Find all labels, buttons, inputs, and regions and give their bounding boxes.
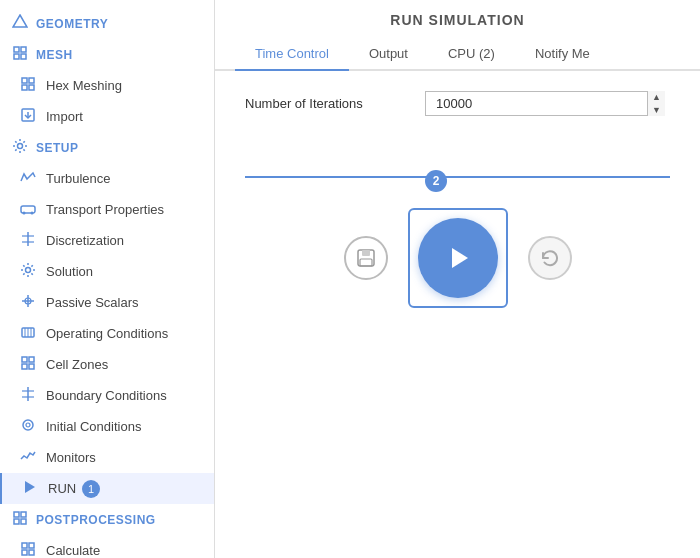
sidebar-item-solution[interactable]: Solution xyxy=(0,256,214,287)
play-icon xyxy=(442,242,474,274)
sidebar-item-calculate-label: Calculate xyxy=(46,543,100,558)
sidebar-item-operating-conditions-label: Operating Conditions xyxy=(46,326,168,341)
operating-conditions-icon xyxy=(20,324,36,343)
svg-rect-6 xyxy=(29,78,34,83)
boundary-conditions-icon xyxy=(20,386,36,405)
svg-rect-36 xyxy=(14,512,19,517)
save-icon xyxy=(355,247,377,269)
svg-rect-3 xyxy=(14,54,19,59)
sidebar-item-run[interactable]: RUN 1 xyxy=(0,473,214,504)
iterations-input-wrapper: ▲ ▼ xyxy=(425,91,665,116)
svg-rect-5 xyxy=(22,78,27,83)
svg-rect-28 xyxy=(22,364,27,369)
page-title: RUN SIMULATION xyxy=(215,0,700,28)
svg-point-14 xyxy=(31,212,34,215)
sidebar-section-setup[interactable]: SETUP xyxy=(0,132,214,163)
iterations-field-row: Number of Iterations ▲ ▼ xyxy=(245,91,670,116)
sidebar-item-turbulence-label: Turbulence xyxy=(46,171,111,186)
iterations-input[interactable] xyxy=(425,91,665,116)
save-button[interactable] xyxy=(344,236,388,280)
sidebar-item-turbulence[interactable]: Turbulence xyxy=(0,163,214,194)
svg-rect-1 xyxy=(14,47,19,52)
sidebar-section-mesh-label: MESH xyxy=(36,48,73,62)
svg-rect-45 xyxy=(362,250,370,256)
svg-rect-29 xyxy=(29,364,34,369)
sidebar-run-badge: 1 xyxy=(82,480,100,498)
iterations-label: Number of Iterations xyxy=(245,96,425,111)
sidebar-item-discretization-label: Discretization xyxy=(46,233,124,248)
sidebar-item-boundary-conditions[interactable]: Boundary Conditions xyxy=(0,380,214,411)
svg-rect-27 xyxy=(29,357,34,362)
run-icon xyxy=(22,479,38,498)
main-content: RUN SIMULATION Time Control Output CPU (… xyxy=(215,0,700,558)
passive-scalars-icon xyxy=(20,293,36,312)
svg-point-11 xyxy=(18,144,23,149)
sidebar-section-mesh[interactable]: MESH xyxy=(0,39,214,70)
run-play-button[interactable] xyxy=(418,218,498,298)
svg-rect-2 xyxy=(21,47,26,52)
sidebar-item-hex-meshing[interactable]: Hex Meshing xyxy=(0,70,214,101)
tabs-bar: Time Control Output CPU (2) Notify Me xyxy=(215,38,700,71)
sidebar-item-transport-label: Transport Properties xyxy=(46,202,164,217)
discretization-icon xyxy=(20,231,36,250)
geometry-icon xyxy=(12,14,28,33)
sidebar: GEOMETRY MESH Hex Meshing Import xyxy=(0,0,215,558)
calculate-icon xyxy=(20,541,36,558)
svg-rect-42 xyxy=(22,550,27,555)
sidebar-section-postprocessing[interactable]: POSTPROCESSING xyxy=(0,504,214,535)
svg-rect-40 xyxy=(22,543,27,548)
sidebar-item-run-label: RUN xyxy=(48,481,76,496)
main-body: Number of Iterations ▲ ▼ 2 xyxy=(215,71,700,558)
spin-down-button[interactable]: ▼ xyxy=(648,104,665,117)
import-icon xyxy=(20,107,36,126)
tab-output[interactable]: Output xyxy=(349,38,428,71)
sidebar-item-calculate[interactable]: Calculate xyxy=(0,535,214,558)
svg-marker-47 xyxy=(452,248,468,268)
sidebar-item-discretization[interactable]: Discretization xyxy=(0,225,214,256)
svg-rect-46 xyxy=(360,259,372,266)
svg-rect-37 xyxy=(21,512,26,517)
run-controls: 2 xyxy=(245,198,670,318)
spin-up-button[interactable]: ▲ xyxy=(648,91,665,104)
svg-marker-0 xyxy=(13,15,27,27)
sidebar-item-import[interactable]: Import xyxy=(0,101,214,132)
cell-zones-icon xyxy=(20,355,36,374)
sidebar-item-cell-zones[interactable]: Cell Zones xyxy=(0,349,214,380)
sidebar-item-initial-conditions[interactable]: Initial Conditions xyxy=(0,411,214,442)
run-badge-2: 2 xyxy=(425,170,447,192)
transport-icon xyxy=(20,200,36,219)
sidebar-item-hex-meshing-label: Hex Meshing xyxy=(46,78,122,93)
sidebar-item-boundary-conditions-label: Boundary Conditions xyxy=(46,388,167,403)
hex-meshing-icon xyxy=(20,76,36,95)
sidebar-section-geometry[interactable]: GEOMETRY xyxy=(0,8,214,39)
svg-rect-26 xyxy=(22,357,27,362)
sidebar-item-solution-label: Solution xyxy=(46,264,93,279)
sidebar-item-import-label: Import xyxy=(46,109,83,124)
svg-rect-38 xyxy=(14,519,19,524)
initial-conditions-icon xyxy=(20,417,36,436)
svg-point-34 xyxy=(26,423,30,427)
tab-notify-me[interactable]: Notify Me xyxy=(515,38,610,71)
sidebar-item-monitors[interactable]: Monitors xyxy=(0,442,214,473)
svg-rect-41 xyxy=(29,543,34,548)
reset-icon xyxy=(539,247,561,269)
sidebar-item-passive-scalars[interactable]: Passive Scalars xyxy=(0,287,214,318)
svg-point-18 xyxy=(26,268,31,273)
mesh-icon xyxy=(12,45,28,64)
sidebar-section-setup-label: SETUP xyxy=(36,141,79,155)
sidebar-item-transport-properties[interactable]: Transport Properties xyxy=(0,194,214,225)
sidebar-item-monitors-label: Monitors xyxy=(46,450,96,465)
tab-cpu[interactable]: CPU (2) xyxy=(428,38,515,71)
sidebar-item-cell-zones-label: Cell Zones xyxy=(46,357,108,372)
svg-point-13 xyxy=(23,212,26,215)
svg-rect-4 xyxy=(21,54,26,59)
svg-rect-39 xyxy=(21,519,26,524)
postprocessing-icon xyxy=(12,510,28,529)
reset-button[interactable] xyxy=(528,236,572,280)
sidebar-item-operating-conditions[interactable]: Operating Conditions xyxy=(0,318,214,349)
tab-time-control[interactable]: Time Control xyxy=(235,38,349,71)
section-divider xyxy=(245,176,670,178)
svg-point-33 xyxy=(23,420,33,430)
run-button-wrapper xyxy=(408,208,508,308)
sidebar-item-initial-conditions-label: Initial Conditions xyxy=(46,419,141,434)
